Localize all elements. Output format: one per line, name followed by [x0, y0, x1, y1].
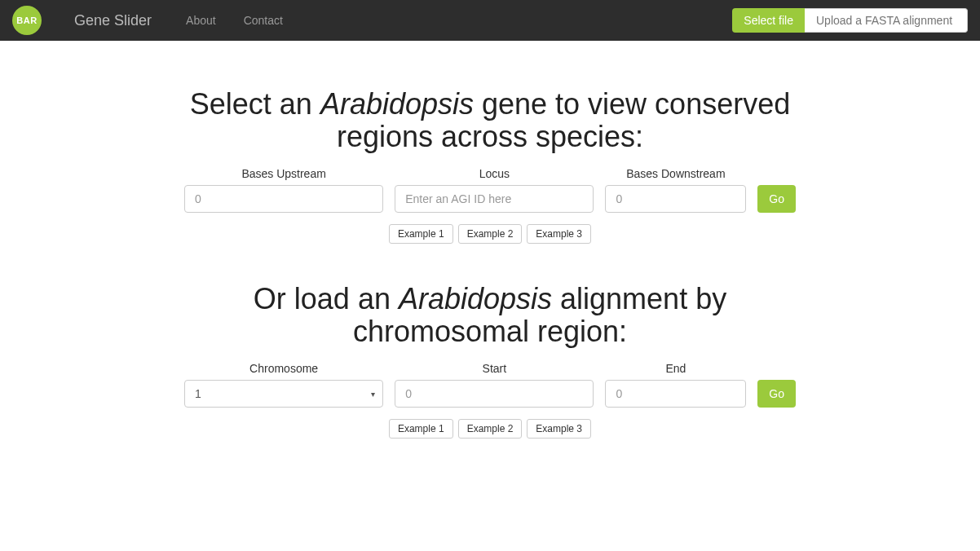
heading2-text-pre: Or load an [254, 282, 399, 315]
end-group: End [605, 362, 746, 408]
locus-label: Locus [479, 167, 510, 180]
nav-contact[interactable]: Contact [234, 14, 293, 27]
downstream-input[interactable] [605, 185, 746, 213]
gene-go-button[interactable]: Go [757, 185, 796, 213]
gene-select-heading: Select an Arabidopsis gene to view conse… [184, 88, 796, 152]
region-example-1-button[interactable]: Example 1 [389, 419, 453, 439]
downstream-group: Bases Downstream [605, 167, 746, 213]
upstream-label: Bases Upstream [241, 167, 325, 180]
locus-input[interactable] [395, 185, 594, 213]
gene-examples-row: Example 1 Example 2 Example 3 [184, 224, 796, 244]
select-file-button[interactable]: Select file [732, 8, 805, 33]
chromosome-label: Chromosome [249, 362, 318, 375]
navbar-left: BAR Gene Slider About Contact [12, 6, 293, 35]
gene-example-1-button[interactable]: Example 1 [389, 224, 453, 244]
chromosome-select-wrapper: 1 [184, 380, 383, 408]
start-label: Start [483, 362, 507, 375]
upload-fasta-input[interactable] [805, 8, 968, 33]
main-container: Select an Arabidopsis gene to view conse… [172, 88, 808, 439]
downstream-label: Bases Downstream [626, 167, 725, 180]
navbar: BAR Gene Slider About Contact Select fil… [0, 0, 980, 41]
upstream-group: Bases Upstream [184, 167, 383, 213]
start-group: Start [395, 362, 594, 408]
heading-text-em: Arabidopsis [320, 87, 474, 121]
heading2-text-em: Arabidopsis [399, 282, 552, 315]
chromosome-group: Chromosome 1 [184, 362, 383, 408]
locus-group: Locus [395, 167, 594, 213]
region-go-button[interactable]: Go [757, 380, 796, 408]
region-form-row: Chromosome 1 Start End Go [184, 362, 796, 408]
end-label: End [665, 362, 686, 375]
bar-logo-icon[interactable]: BAR [12, 6, 42, 35]
upstream-input[interactable] [184, 185, 383, 213]
gene-form-row: Bases Upstream Locus Bases Downstream Go [184, 167, 796, 213]
navbar-right: Select file [732, 8, 968, 33]
brand-name[interactable]: Gene Slider [74, 12, 152, 29]
logo-text: BAR [16, 15, 37, 25]
gene-example-3-button[interactable]: Example 3 [527, 224, 591, 244]
region-examples-row: Example 1 Example 2 Example 3 [184, 419, 796, 439]
gene-example-2-button[interactable]: Example 2 [458, 224, 523, 244]
end-input[interactable] [605, 380, 746, 408]
chromosome-select[interactable]: 1 [184, 380, 383, 408]
region-heading: Or load an Arabidopsis alignment by chro… [184, 283, 796, 347]
region-example-3-button[interactable]: Example 3 [527, 419, 591, 439]
start-input[interactable] [395, 380, 594, 408]
region-example-2-button[interactable]: Example 2 [458, 419, 523, 439]
heading-text-pre: Select an [190, 87, 320, 121]
nav-about[interactable]: About [176, 14, 226, 27]
